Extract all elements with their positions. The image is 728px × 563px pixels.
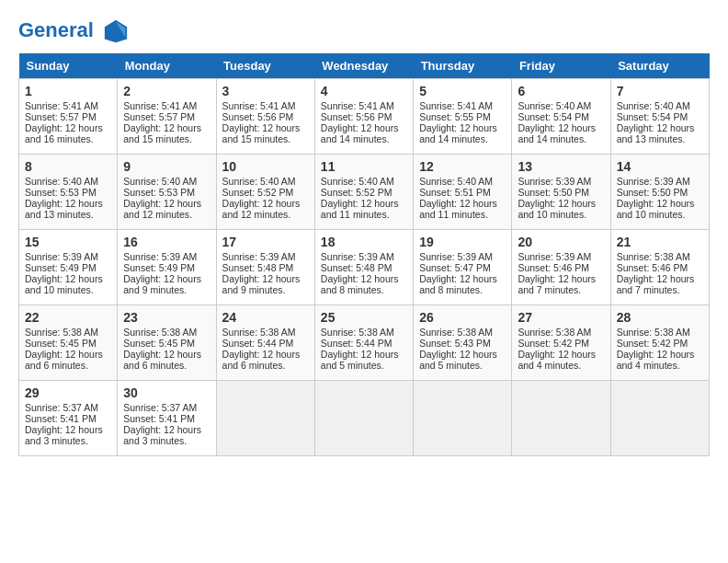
sunrise-text: Sunrise: 5:39 AM — [321, 251, 394, 262]
col-header-wednesday: Wednesday — [314, 53, 413, 79]
calendar-cell: 25 Sunrise: 5:38 AM Sunset: 5:44 PM Dayl… — [314, 305, 413, 381]
day-number: 17 — [222, 235, 309, 249]
daylight-text: Daylight: 12 hours and 4 minutes. — [617, 349, 695, 371]
daylight-text: Daylight: 12 hours and 15 minutes. — [123, 122, 201, 144]
day-number: 26 — [419, 310, 506, 325]
sunset-text: Sunset: 5:46 PM — [518, 262, 589, 273]
daylight-text: Daylight: 12 hours and 9 minutes. — [123, 273, 201, 295]
daylight-text: Daylight: 12 hours and 7 minutes. — [617, 273, 695, 295]
daylight-text: Daylight: 12 hours and 12 minutes. — [222, 198, 301, 220]
sunset-text: Sunset: 5:46 PM — [617, 262, 688, 273]
calendar-cell: 23 Sunrise: 5:38 AM Sunset: 5:45 PM Dayl… — [118, 305, 216, 381]
sunset-text: Sunset: 5:56 PM — [222, 111, 294, 122]
sunset-text: Sunset: 5:43 PM — [419, 338, 491, 349]
daylight-text: Daylight: 12 hours and 9 minutes. — [222, 273, 301, 295]
daylight-text: Daylight: 12 hours and 13 minutes. — [617, 122, 695, 144]
sunset-text: Sunset: 5:55 PM — [419, 111, 491, 122]
calendar-cell: 15 Sunrise: 5:39 AM Sunset: 5:49 PM Dayl… — [19, 230, 118, 305]
sunrise-text: Sunrise: 5:39 AM — [617, 176, 690, 187]
calendar-week-1: 1 Sunrise: 5:41 AM Sunset: 5:57 PM Dayli… — [19, 79, 710, 155]
calendar-cell: 3 Sunrise: 5:41 AM Sunset: 5:56 PM Dayli… — [216, 79, 314, 155]
calendar-cell: 12 Sunrise: 5:40 AM Sunset: 5:51 PM Dayl… — [414, 155, 512, 230]
sunset-text: Sunset: 5:54 PM — [617, 111, 688, 122]
sunrise-text: Sunrise: 5:40 AM — [25, 176, 98, 187]
calendar-cell: 18 Sunrise: 5:39 AM Sunset: 5:48 PM Dayl… — [314, 230, 413, 305]
calendar-cell: 7 Sunrise: 5:40 AM Sunset: 5:54 PM Dayli… — [610, 79, 709, 155]
daylight-text: Daylight: 12 hours and 5 minutes. — [321, 349, 399, 371]
sunset-text: Sunset: 5:49 PM — [123, 262, 195, 273]
sunrise-text: Sunrise: 5:39 AM — [123, 251, 197, 262]
daylight-text: Daylight: 12 hours and 14 minutes. — [419, 122, 497, 144]
day-number: 28 — [617, 310, 703, 325]
sunrise-text: Sunrise: 5:40 AM — [419, 176, 493, 187]
sunrise-text: Sunrise: 5:40 AM — [321, 176, 394, 187]
daylight-text: Daylight: 12 hours and 4 minutes. — [518, 349, 596, 371]
sunset-text: Sunset: 5:45 PM — [25, 338, 97, 349]
sunrise-text: Sunrise: 5:41 AM — [321, 100, 394, 111]
calendar-cell: 22 Sunrise: 5:38 AM Sunset: 5:45 PM Dayl… — [19, 305, 118, 381]
sunset-text: Sunset: 5:42 PM — [617, 338, 688, 349]
daylight-text: Daylight: 12 hours and 14 minutes. — [321, 122, 399, 144]
sunset-text: Sunset: 5:57 PM — [25, 111, 97, 122]
sunset-text: Sunset: 5:41 PM — [25, 413, 97, 424]
day-number: 18 — [321, 235, 407, 249]
sunset-text: Sunset: 5:52 PM — [321, 187, 392, 198]
sunrise-text: Sunrise: 5:38 AM — [518, 327, 591, 338]
day-number: 9 — [123, 159, 210, 174]
calendar-cell — [216, 381, 314, 456]
day-number: 12 — [419, 159, 506, 174]
day-number: 10 — [222, 159, 309, 174]
logo-general: General — [18, 18, 94, 41]
calendar-cell: 27 Sunrise: 5:38 AM Sunset: 5:42 PM Dayl… — [512, 305, 610, 381]
col-header-sunday: Sunday — [19, 53, 118, 79]
sunset-text: Sunset: 5:53 PM — [25, 187, 97, 198]
daylight-text: Daylight: 12 hours and 10 minutes. — [25, 273, 103, 295]
sunset-text: Sunset: 5:44 PM — [321, 338, 392, 349]
calendar-cell: 5 Sunrise: 5:41 AM Sunset: 5:55 PM Dayli… — [414, 79, 512, 155]
col-header-saturday: Saturday — [610, 53, 709, 79]
daylight-text: Daylight: 12 hours and 14 minutes. — [518, 122, 596, 144]
sunset-text: Sunset: 5:50 PM — [617, 187, 688, 198]
calendar-cell — [414, 381, 512, 456]
sunset-text: Sunset: 5:48 PM — [321, 262, 392, 273]
sunset-text: Sunset: 5:48 PM — [222, 262, 294, 273]
calendar-cell: 24 Sunrise: 5:38 AM Sunset: 5:44 PM Dayl… — [216, 305, 314, 381]
sunrise-text: Sunrise: 5:41 AM — [123, 100, 197, 111]
sunrise-text: Sunrise: 5:40 AM — [518, 100, 591, 111]
daylight-text: Daylight: 12 hours and 11 minutes. — [321, 198, 399, 220]
day-number: 13 — [518, 159, 604, 174]
sunrise-text: Sunrise: 5:40 AM — [617, 100, 690, 111]
col-header-friday: Friday — [512, 53, 610, 79]
day-number: 22 — [25, 310, 111, 325]
day-number: 24 — [222, 310, 309, 325]
col-header-monday: Monday — [118, 53, 216, 79]
daylight-text: Daylight: 12 hours and 6 minutes. — [123, 349, 201, 371]
sunrise-text: Sunrise: 5:41 AM — [222, 100, 296, 111]
day-number: 2 — [123, 84, 210, 98]
calendar-cell: 2 Sunrise: 5:41 AM Sunset: 5:57 PM Dayli… — [118, 79, 216, 155]
sunrise-text: Sunrise: 5:38 AM — [617, 327, 690, 338]
day-number: 15 — [25, 235, 111, 249]
sunrise-text: Sunrise: 5:39 AM — [25, 251, 98, 262]
day-number: 7 — [617, 84, 703, 98]
calendar-cell: 9 Sunrise: 5:40 AM Sunset: 5:53 PM Dayli… — [118, 155, 216, 230]
daylight-text: Daylight: 12 hours and 15 minutes. — [222, 122, 301, 144]
day-number: 30 — [123, 385, 210, 400]
calendar-cell: 26 Sunrise: 5:38 AM Sunset: 5:43 PM Dayl… — [414, 305, 512, 381]
sunrise-text: Sunrise: 5:38 AM — [617, 251, 690, 262]
calendar-cell: 6 Sunrise: 5:40 AM Sunset: 5:54 PM Dayli… — [512, 79, 610, 155]
sunrise-text: Sunrise: 5:39 AM — [419, 251, 493, 262]
sunset-text: Sunset: 5:41 PM — [123, 413, 195, 424]
sunrise-text: Sunrise: 5:41 AM — [25, 100, 98, 111]
calendar-cell — [610, 381, 709, 456]
daylight-text: Daylight: 12 hours and 5 minutes. — [419, 349, 497, 371]
day-number: 27 — [518, 310, 604, 325]
daylight-text: Daylight: 12 hours and 6 minutes. — [222, 349, 301, 371]
day-number: 11 — [321, 159, 407, 174]
calendar-cell: 19 Sunrise: 5:39 AM Sunset: 5:47 PM Dayl… — [414, 230, 512, 305]
page-header: General — [18, 18, 710, 44]
sunrise-text: Sunrise: 5:39 AM — [518, 251, 591, 262]
daylight-text: Daylight: 12 hours and 6 minutes. — [25, 349, 103, 371]
daylight-text: Daylight: 12 hours and 8 minutes. — [419, 273, 497, 295]
sunset-text: Sunset: 5:54 PM — [518, 111, 589, 122]
